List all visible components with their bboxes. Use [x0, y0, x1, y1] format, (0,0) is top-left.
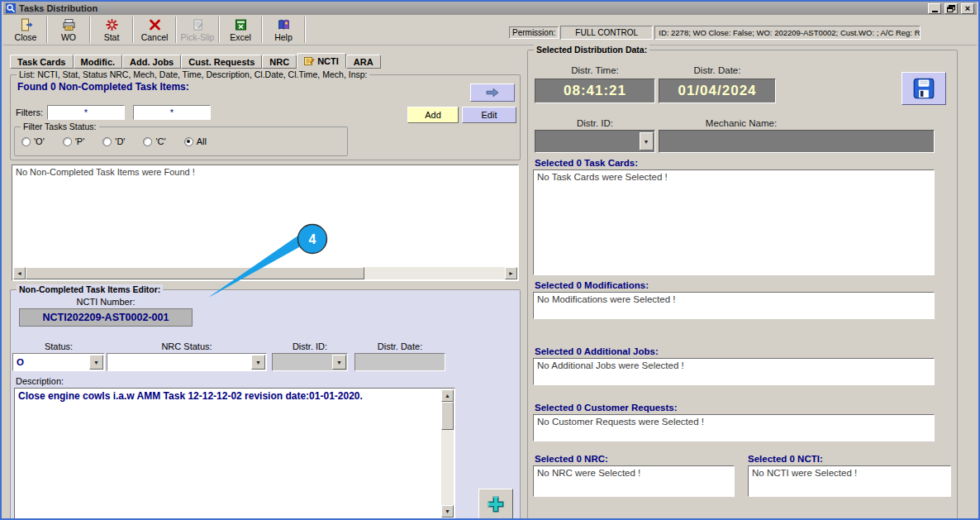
scroll-left-button[interactable]: ◄ [13, 267, 26, 279]
radio-circle [102, 137, 112, 146]
tab-add-jobs[interactable]: Add. Jobs [122, 55, 181, 69]
scroll-down-button[interactable]: ▼ [441, 505, 454, 518]
nrc-status-combobox[interactable]: ▼ [107, 353, 267, 371]
radio-label: 'O' [34, 136, 45, 146]
ncti-empty-text: No Non-Completed Task Items were Found ! [12, 165, 518, 179]
nrc-status-label: NRC Status: [107, 341, 267, 351]
help-button[interactable]: Help [264, 15, 302, 45]
close-button-label: Close [15, 32, 37, 42]
note-pencil-icon [304, 56, 315, 66]
description-textarea[interactable]: Close engine cowls i.a.w AMM Task 12-12-… [14, 388, 455, 519]
scroll-up-button[interactable]: ▲ [441, 389, 454, 402]
radio-status-d[interactable]: 'D' [102, 136, 125, 146]
tab-label: ARA [354, 57, 373, 67]
ncti-list-group: List: NCTI, Stat, Status NRC, Mech, Date… [10, 74, 521, 160]
close-window-button[interactable]: × [961, 3, 974, 14]
radio-label: All [197, 136, 207, 146]
filter-tasks-status-group: Filter Tasks Status: 'O' 'P' 'D' 'C' All [14, 126, 348, 156]
description-text: Close engine cowls i.a.w AMM Task 12-12-… [15, 389, 454, 404]
tab-cust-requests[interactable]: Cust. Requests [181, 55, 262, 69]
tab-ara[interactable]: ARA [346, 55, 381, 69]
restore-button[interactable] [944, 3, 958, 14]
floppy-save-icon [912, 77, 935, 100]
scrollbar-thumb[interactable] [26, 267, 364, 279]
excel-button[interactable]: Excel [221, 15, 259, 45]
scroll-right-button[interactable]: ► [505, 267, 517, 279]
toolbar-separator [261, 17, 263, 43]
cancel-button[interactable]: Cancel [136, 15, 174, 45]
filter-input-1[interactable] [47, 105, 125, 120]
scrollbar-track[interactable] [441, 430, 454, 505]
tab-task-cards[interactable]: Task Cards [10, 55, 74, 69]
excel-button-label: Excel [230, 32, 251, 42]
radio-status-c[interactable]: 'C' [143, 136, 165, 146]
right-arrow-icon [486, 88, 499, 98]
scrollbar-track[interactable] [364, 267, 505, 279]
toolbar-separator [218, 17, 220, 43]
filter-input-2[interactable] [133, 105, 211, 120]
minimize-button[interactable] [928, 3, 941, 14]
selected-additional-jobs-title: Selected 0 Additional Jobs: [535, 346, 659, 356]
dropdown-arrow-icon: ▼ [332, 355, 346, 370]
red-x-icon [148, 18, 162, 31]
radio-status-o[interactable]: 'O' [21, 136, 45, 146]
edit-button[interactable]: Edit [462, 107, 516, 123]
selected-additional-jobs-box[interactable]: No Additional Jobs were Selected ! [533, 358, 935, 385]
tab-label: NCTI [317, 56, 339, 66]
dropdown-arrow-icon[interactable]: ▼ [251, 355, 265, 370]
tab-label: Task Cards [17, 57, 66, 67]
selected-nrc-box[interactable]: No NRC were Selected ! [533, 465, 735, 497]
pick-slip-button: Pick-Slip [178, 15, 216, 45]
distribution-group-label: Selected Distribution Data: [534, 45, 649, 55]
distr-id-label: Distr. ID: [535, 118, 655, 128]
stat-button[interactable]: Stat [93, 15, 131, 45]
door-exit-icon [19, 18, 33, 31]
tab-strip: Task Cards Modific. Add. Jobs Cust. Requ… [10, 53, 381, 69]
distr-id-combobox[interactable]: ▼ [535, 130, 655, 153]
status-combobox[interactable]: O ▼ [12, 353, 105, 371]
red-asterisk-icon [105, 18, 119, 31]
filters-label: Filters: [16, 107, 43, 117]
mechanic-name-label: Mechanic Name: [659, 118, 824, 128]
add-ncti-plus-button[interactable] [478, 489, 513, 519]
ncti-list-group-label: List: NCTI, Stat, Status NRC, Mech, Date… [17, 69, 369, 79]
selected-task-cards-box[interactable]: No Task Cards were Selected ! [533, 169, 935, 275]
vertical-scrollbar[interactable]: ▲ ▼ [441, 389, 454, 518]
ncti-result-listbox[interactable]: No Non-Completed Task Items were Found !… [12, 165, 519, 281]
status-radio-row: 'O' 'P' 'D' 'C' All [21, 136, 207, 146]
radio-circle-checked [184, 137, 193, 146]
radio-circle [21, 137, 31, 146]
toolbar-separator [132, 17, 134, 43]
stat-button-label: Stat [104, 32, 120, 42]
selected-ncti-title: Selected 0 NCTI: [748, 454, 823, 464]
scrollbar-thumb[interactable] [441, 402, 454, 430]
distribute-arrow-button[interactable] [470, 83, 515, 102]
selected-customer-requests-title: Selected 0 Customer Requests: [535, 403, 678, 413]
wo-button[interactable]: WO [50, 15, 88, 45]
selected-customer-requests-box[interactable]: No Customer Requests were Selected ! [533, 414, 935, 441]
horizontal-scrollbar[interactable]: ◄ ► [13, 267, 517, 279]
distr-date-value: 01/04/2024 [659, 79, 776, 103]
tab-modific[interactable]: Modific. [74, 55, 123, 69]
dropdown-arrow-icon[interactable]: ▼ [640, 132, 654, 150]
permission-details: ID: 2278; WO Close: False; WO: 202209-AS… [654, 26, 921, 40]
tab-label: Add. Jobs [130, 57, 174, 67]
radio-status-all[interactable]: All [184, 136, 207, 146]
add-button[interactable]: Add [407, 107, 459, 123]
selected-ncti-box[interactable]: No NCTI were Selected ! [748, 465, 951, 497]
dropdown-arrow-icon[interactable]: ▼ [89, 355, 103, 370]
radio-circle [143, 137, 152, 146]
tab-ncti[interactable]: NCTI [297, 53, 346, 69]
distr-date-label: Distr. Date: [659, 65, 776, 75]
save-button[interactable] [902, 72, 946, 105]
pick-slip-icon [191, 18, 205, 31]
excel-icon [234, 18, 248, 31]
selected-modifications-box[interactable]: No Modifications were Selected ! [533, 292, 935, 319]
tab-nrc[interactable]: NRC [262, 55, 297, 69]
close-button[interactable]: Close [7, 15, 45, 45]
status-label: Status: [12, 341, 105, 351]
radio-label: 'C' [155, 136, 165, 146]
tab-label: NRC [269, 57, 289, 67]
radio-status-p[interactable]: 'P' [63, 136, 85, 146]
permission-level: FULL CONTROL [560, 26, 653, 40]
